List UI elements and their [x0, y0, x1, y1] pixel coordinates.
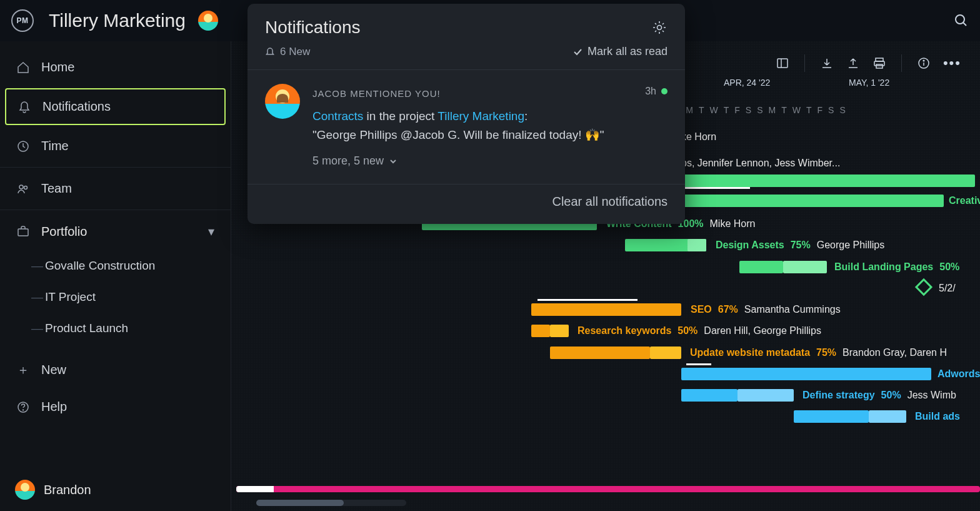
nav-help[interactable]: Help [0, 388, 231, 425]
month-label: MAY, 1 '22 [849, 78, 889, 88]
more-icon[interactable]: ••• [943, 55, 961, 71]
notif-body-text: "George Phillips @Jacob G. Will be final… [312, 126, 668, 144]
download-icon[interactable] [820, 56, 834, 70]
nav-label: New [41, 363, 66, 377]
portfolio-item-product[interactable]: Product Launch [0, 313, 231, 344]
task-label: SEO67%Samantha Cummings [691, 304, 841, 315]
nav-label: Portfolio [41, 225, 87, 239]
gear-icon[interactable] [651, 19, 668, 36]
portfolio-item-govalle[interactable]: Govalle Construction [0, 250, 231, 281]
nav-portfolio[interactable]: Portfolio ▾ [0, 213, 231, 250]
separator [0, 210, 231, 210]
unread-dot-icon [661, 88, 668, 94]
progress-line [681, 187, 750, 189]
nav-time[interactable]: Time [0, 128, 231, 164]
app-logo[interactable]: PM [11, 9, 34, 32]
task-bar-remain [550, 325, 569, 337]
svg-rect-12 [876, 64, 882, 68]
task-bar[interactable] [531, 325, 550, 337]
task-label: Update website metadata75%Brandon Gray, … [690, 347, 947, 358]
sidebar-user[interactable]: Brandon [0, 468, 231, 511]
nav-new[interactable]: ＋ New [0, 352, 231, 388]
summary-track[interactable] [236, 486, 980, 492]
user-avatar-header[interactable] [198, 11, 218, 31]
clock-icon [16, 139, 30, 153]
notif-text: in the project [363, 109, 438, 123]
gantt-row[interactable]: 5/2/ [244, 278, 980, 299]
gantt-row[interactable]: Update website metadata75%Brandon Gray, … [244, 342, 980, 363]
app-title: Tillery Marketing [49, 10, 186, 31]
svg-point-4 [24, 186, 28, 189]
plus-icon: ＋ [16, 363, 30, 377]
user-name: Brandon [44, 483, 91, 497]
task-title: Creativ [949, 195, 980, 206]
new-count: 6 New [280, 46, 310, 58]
nav-label: Time [41, 139, 69, 153]
svg-point-7 [23, 410, 24, 410]
notif-time: 3h [645, 84, 668, 99]
task-bar[interactable] [531, 303, 681, 316]
separator [804, 54, 805, 72]
nav-notifications[interactable]: Notifications [5, 88, 226, 125]
bell-icon [265, 47, 275, 57]
info-icon[interactable] [917, 56, 931, 70]
gantt-row[interactable]: Define strategy50%Jess Wimb [244, 385, 980, 406]
gantt-row[interactable]: Design Assets75%George Phillips [244, 235, 980, 256]
task-bar[interactable] [739, 261, 783, 273]
task-bar[interactable] [681, 389, 738, 402]
nav-team[interactable]: Team [0, 170, 231, 207]
task-label: Design Assets75%George Phillips [716, 240, 884, 251]
portfolio-item-it[interactable]: IT Project [0, 281, 231, 313]
search-icon[interactable] [954, 13, 969, 28]
briefcase-icon [16, 225, 30, 238]
nav-label: Help [41, 400, 67, 414]
mark-all-read[interactable]: Mark all as read [572, 45, 668, 58]
milestone-diamond[interactable] [915, 278, 932, 296]
gantt-row[interactable]: SEO67%Samantha Cummings [244, 299, 980, 320]
upload-icon[interactable] [846, 56, 860, 70]
task-bar-remain [650, 347, 681, 359]
task-bar[interactable] [550, 347, 650, 359]
link-project[interactable]: Tillery Marketing [438, 109, 524, 123]
task-bar[interactable] [681, 195, 944, 207]
chevron-down-icon: ▾ [208, 224, 214, 239]
svg-point-3 [19, 185, 23, 189]
progress-line [686, 363, 711, 365]
svg-rect-8 [778, 59, 788, 68]
task-bar[interactable] [794, 410, 869, 423]
task-bar-remain [783, 261, 827, 273]
progress-line [538, 299, 638, 301]
svg-point-0 [956, 15, 964, 24]
svg-line-1 [963, 23, 966, 26]
task-bar[interactable] [681, 175, 975, 187]
task-label: Adwords [938, 368, 980, 380]
gantt-row[interactable]: Adwords [244, 363, 980, 385]
assignee: ke Horn [681, 131, 716, 143]
task-bar[interactable] [681, 368, 931, 380]
task-label: Define strategy50%Jess Wimb [802, 390, 956, 401]
month-label: APR, 24 '22 [724, 78, 770, 88]
nav-home[interactable]: Home [0, 49, 231, 86]
task-label: Research keywords50%Daren Hill, George P… [578, 325, 821, 336]
clear-all-notifications[interactable]: Clear all notifications [248, 184, 685, 221]
link-contracts[interactable]: Contracts [312, 109, 363, 123]
separator [0, 167, 231, 168]
home-icon [16, 61, 30, 74]
gantt-row[interactable]: Build Landing Pages50% [244, 256, 980, 278]
notification-item[interactable]: JACOB MENTIONED YOU! 3h Contracts in the… [248, 70, 685, 184]
print-icon[interactable] [872, 56, 886, 70]
nav-label: Home [41, 60, 74, 74]
separator [901, 54, 902, 72]
panel-icon[interactable] [776, 56, 789, 70]
gantt-row[interactable]: Build ads [244, 406, 980, 427]
gantt-row[interactable]: Research keywords50%Daren Hill, George P… [244, 320, 980, 342]
milestone-date: 5/2/ [939, 283, 956, 294]
svg-point-15 [923, 60, 924, 61]
svg-point-16 [658, 26, 662, 30]
team-icon [16, 182, 30, 196]
expand-more[interactable]: 5 more, 5 new [312, 153, 668, 170]
task-bar-remain [738, 389, 794, 402]
notif-text: : [524, 109, 528, 123]
horizontal-scrollbar[interactable] [256, 500, 406, 506]
sender-avatar [265, 84, 300, 119]
